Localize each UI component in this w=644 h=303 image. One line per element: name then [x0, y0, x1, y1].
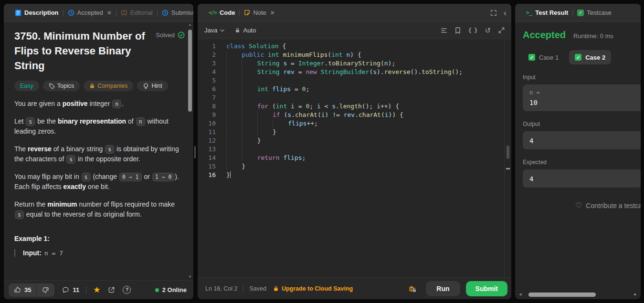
tab-accepted[interactable]: Accepted ✕	[63, 4, 116, 21]
hint-button[interactable]: Hint	[137, 81, 168, 91]
lock-icon	[273, 286, 279, 292]
comments-button[interactable]: 11	[62, 286, 79, 293]
tab-label: Code	[220, 9, 235, 16]
code-line[interactable]: 12 }	[198, 136, 511, 145]
code-line[interactable]: 8 for (int i = 0; i < s.length(); i++) {	[198, 102, 511, 111]
code-line[interactable]: 6 int flips = 0;	[198, 85, 511, 94]
code-text	[226, 76, 257, 85]
scroll-left-arrow[interactable]: ◀	[517, 293, 524, 296]
tab-label: Note	[253, 9, 266, 16]
scrollbar-track[interactable]	[524, 293, 632, 297]
code-text: for (int i = 0; i < s.length(); i++) {	[226, 102, 399, 111]
bold-text: reverse	[28, 145, 52, 153]
code-line[interactable]: 16}	[198, 171, 511, 179]
text-cursor	[230, 171, 231, 178]
panel-resize-handle[interactable]	[194, 146, 196, 158]
dislike-button[interactable]	[36, 283, 54, 297]
testcase-checkbox-icon: ✓	[577, 10, 584, 16]
tab-test-result[interactable]: >_ Test Result	[522, 4, 572, 21]
description-panel: Description Accepted ✕ Editorial	[4, 4, 193, 299]
code-line[interactable]: 10 flips++;	[198, 119, 511, 128]
bold-text: binary representation	[58, 117, 126, 125]
fullscreen-icon[interactable]	[490, 10, 497, 16]
close-icon[interactable]: ✕	[107, 10, 112, 16]
help-icon[interactable]: ?	[123, 286, 131, 294]
scrollbar-thumb[interactable]	[188, 30, 192, 112]
scrollbar-thumb[interactable]	[528, 293, 596, 297]
cloud-saving-upgrade-link[interactable]: Upgrade to Cloud Saving	[273, 285, 353, 292]
result-horizontal-scrollbar[interactable]: ◀ ▶	[517, 291, 639, 298]
like-button[interactable]: 35	[9, 283, 36, 297]
share-icon[interactable]	[108, 286, 115, 293]
expand-editor-icon[interactable]	[498, 27, 505, 33]
lock-icon	[89, 83, 95, 89]
text: .	[122, 100, 124, 107]
code-line[interactable]: 9 if (s.charAt(i) != rev.charAt(i)) {	[198, 111, 511, 119]
collapse-panel-icon[interactable]: ‹	[504, 9, 507, 17]
format-code-icon[interactable]	[441, 27, 447, 34]
contribute-testcase-link[interactable]: ♡ Contribute a testcase	[575, 202, 641, 209]
language-selector[interactable]: Java	[204, 27, 224, 34]
scroll-right-arrow[interactable]: ▶	[632, 293, 639, 296]
line-number: 9	[198, 111, 216, 119]
code-line[interactable]: 15 }	[198, 162, 511, 171]
code-text: String s = Integer.toBinaryString(n);	[226, 59, 395, 68]
bookmark-icon[interactable]	[455, 27, 461, 34]
editor-scrollbar[interactable]	[504, 39, 511, 278]
scroll-down-arrow[interactable]: ▼	[187, 275, 193, 278]
code-lines: 1class Solution {2 public int minimumFli…	[198, 42, 511, 179]
code-text: public int minimumFlips(int n) {	[226, 51, 361, 59]
code-line[interactable]: 11 }	[198, 128, 511, 136]
code-line[interactable]: 5	[198, 76, 511, 85]
case-2-button[interactable]: ✓ Case 2	[569, 50, 611, 64]
footer-divider	[86, 286, 86, 294]
code-editor[interactable]: 1class Solution {2 public int minimumFli…	[198, 39, 511, 278]
run-button[interactable]: Run	[426, 281, 460, 296]
braces-icon[interactable]: { }	[468, 27, 477, 34]
line-number: 8	[198, 102, 216, 111]
submit-button[interactable]: Submit	[466, 281, 507, 296]
description-scrollbar[interactable]: ▲ ▼	[187, 22, 193, 279]
bold-text: exactly	[63, 183, 85, 190]
debugger-icon[interactable]	[408, 285, 416, 293]
output-box[interactable]: 4	[523, 131, 641, 149]
result-tabbar: >_ Test Result ✓ Testcase	[515, 4, 641, 22]
code-line[interactable]: 7	[198, 94, 511, 102]
code-line[interactable]: 1class Solution {	[198, 42, 511, 51]
input-label: Input	[523, 74, 641, 81]
code-line[interactable]: 14 return flips;	[198, 154, 511, 162]
text: The	[14, 145, 28, 153]
difficulty-badge[interactable]: Easy	[14, 81, 39, 91]
tab-submissions[interactable]: Submissions	[158, 4, 193, 21]
heart-icon: ♡	[575, 202, 582, 209]
input-box[interactable]: n = 10	[523, 84, 641, 111]
code-line[interactable]: 3 String s = Integer.toBinaryString(n);	[198, 59, 511, 68]
scrollbar-thumb[interactable]	[507, 146, 509, 159]
close-icon[interactable]: ✕	[270, 10, 275, 16]
case-list: ✓ Case 1 ✓ Case 2	[523, 50, 641, 64]
inline-code-chip: s	[82, 173, 91, 181]
text: You may flip any bit in	[14, 173, 81, 180]
topics-button[interactable]: Topics	[43, 81, 80, 91]
scroll-up-arrow[interactable]: ▲	[187, 23, 193, 26]
line-number: 2	[198, 51, 216, 59]
favorite-star-icon[interactable]: ★	[93, 285, 100, 295]
code-line[interactable]: 2 public int minimumFlips(int n) {	[198, 51, 511, 59]
reset-code-icon[interactable]: ↺	[485, 27, 491, 34]
tab-note[interactable]: Note ✕	[240, 4, 279, 21]
text: Let	[14, 117, 25, 125]
code-line[interactable]: 13	[198, 145, 511, 154]
case-check-icon: ✓	[528, 54, 535, 61]
case-1-button[interactable]: ✓ Case 1	[523, 50, 564, 64]
code-line[interactable]: 4 String rev = new StringBuilder(s).reve…	[198, 68, 511, 76]
expected-box[interactable]: 4	[523, 169, 641, 188]
autocomplete-toggle[interactable]: Auto	[235, 27, 256, 34]
tab-code[interactable]: </> Code	[204, 4, 239, 21]
book-icon	[121, 10, 127, 16]
companies-button[interactable]: Companies	[84, 81, 133, 91]
line-number: 15	[198, 162, 216, 171]
tab-editorial[interactable]: Editorial	[116, 4, 157, 21]
line-number: 13	[198, 145, 216, 154]
tab-testcase[interactable]: ✓ Testcase	[573, 4, 615, 21]
tab-description[interactable]: Description	[11, 4, 63, 21]
